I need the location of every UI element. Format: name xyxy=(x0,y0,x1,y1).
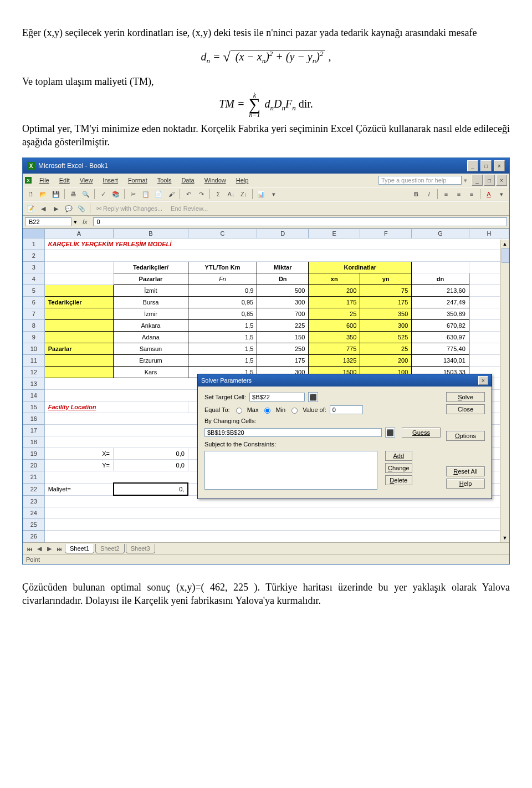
save-icon[interactable]: 💾 xyxy=(50,189,62,200)
delete-constraint-button[interactable]: Delete xyxy=(385,475,412,485)
radio-value[interactable] xyxy=(291,408,298,414)
row-header[interactable]: 21 xyxy=(23,471,45,484)
font-color-icon[interactable]: A xyxy=(483,189,494,200)
row-header[interactable]: 9 xyxy=(23,332,45,343)
new-icon[interactable]: 🗋 xyxy=(25,189,36,200)
col-header-a[interactable]: A xyxy=(44,229,113,238)
solve-button[interactable]: Solve xyxy=(446,392,485,402)
row-header[interactable]: 13 xyxy=(23,378,45,390)
radio-max[interactable] xyxy=(236,408,242,414)
sort-asc-icon[interactable]: A↓ xyxy=(226,189,237,200)
paste-icon[interactable]: 📄 xyxy=(153,189,164,200)
row-header[interactable]: 7 xyxy=(23,308,45,320)
help-dropdown-icon[interactable]: ▾ xyxy=(464,177,467,184)
namebox-dropdown-icon[interactable]: ▾ xyxy=(74,218,77,226)
menu-insert[interactable]: Insert xyxy=(98,176,122,185)
collapse-ref-icon-2[interactable]: ⬛ xyxy=(385,428,395,438)
mdi-close[interactable]: × xyxy=(496,175,507,186)
menu-file[interactable]: File xyxy=(35,176,54,185)
row-header[interactable]: 4 xyxy=(23,273,45,285)
row-header[interactable]: 23 xyxy=(23,495,45,507)
tab-sheet2[interactable]: Sheet2 xyxy=(95,544,125,553)
target-cell-input[interactable] xyxy=(249,393,305,401)
menu-window[interactable]: Window xyxy=(200,176,231,185)
reset-all-button[interactable]: Reset All xyxy=(446,466,485,476)
menu-view[interactable]: View xyxy=(75,176,98,185)
row-header[interactable]: 2 xyxy=(23,250,45,262)
row-header[interactable]: 3 xyxy=(23,262,45,273)
help-search-input[interactable] xyxy=(378,176,462,185)
end-review-button[interactable]: End Review... xyxy=(167,205,211,212)
row-header[interactable]: 11 xyxy=(23,355,45,367)
change-constraint-button[interactable]: Change xyxy=(385,463,412,473)
value-of-input[interactable] xyxy=(330,405,363,414)
col-header-g[interactable]: G xyxy=(412,229,469,238)
tab-sheet3[interactable]: Sheet3 xyxy=(126,544,155,553)
solver-close-icon[interactable]: × xyxy=(478,376,488,385)
bold-icon[interactable]: B xyxy=(411,189,422,200)
track-icon[interactable]: 📎 xyxy=(76,203,87,214)
menu-edit[interactable]: Edit xyxy=(55,176,74,185)
redo-icon[interactable]: ↷ xyxy=(196,189,207,200)
mdi-minimize[interactable]: _ xyxy=(472,175,483,186)
tab-first-icon[interactable]: ⏮ xyxy=(25,545,34,553)
sort-desc-icon[interactable]: Z↓ xyxy=(238,189,249,200)
guess-button[interactable]: Guess xyxy=(402,428,441,438)
row-header[interactable]: 15 xyxy=(23,401,45,413)
menu-format[interactable]: Format xyxy=(124,176,152,185)
formula-input[interactable]: 0 xyxy=(93,217,507,226)
align-center-icon[interactable]: ≡ xyxy=(453,189,464,200)
tab-next-icon[interactable]: ▶ xyxy=(45,545,54,553)
options-button[interactable]: Options xyxy=(446,431,485,441)
row-header[interactable]: 6 xyxy=(23,297,45,308)
row-header[interactable]: 14 xyxy=(23,390,45,401)
row-header[interactable]: 24 xyxy=(23,507,45,519)
name-box[interactable]: B22 xyxy=(25,217,71,226)
prev-comment-icon[interactable]: ◀ xyxy=(38,203,49,214)
tab-prev-icon[interactable]: ◀ xyxy=(35,545,44,553)
row-header[interactable]: 26 xyxy=(23,531,45,542)
row-header[interactable]: 22 xyxy=(23,483,45,495)
scroll-up-icon[interactable]: ▲ xyxy=(500,240,509,248)
constraints-listbox[interactable] xyxy=(204,451,377,490)
italic-icon[interactable]: I xyxy=(423,189,434,200)
row-header[interactable]: 10 xyxy=(23,343,45,355)
col-header-b[interactable]: B xyxy=(114,229,188,238)
toolbar-more-icon[interactable]: ▾ xyxy=(496,189,507,200)
help-button[interactable]: Help xyxy=(446,479,485,489)
row-header[interactable]: 16 xyxy=(23,413,45,425)
select-all-cell[interactable] xyxy=(23,229,45,238)
row-header[interactable]: 5 xyxy=(23,285,45,297)
row-header[interactable]: 20 xyxy=(23,460,45,471)
autosum-icon[interactable]: Σ xyxy=(213,189,224,200)
add-constraint-button[interactable]: Add xyxy=(385,451,412,461)
row-header[interactable]: 12 xyxy=(23,367,45,378)
fx-icon[interactable]: fx xyxy=(79,218,91,225)
spell-icon[interactable]: ✓ xyxy=(98,189,109,200)
close-button-solver[interactable]: Close xyxy=(446,404,485,414)
collapse-ref-icon[interactable]: ⬛ xyxy=(308,392,318,402)
align-right-icon[interactable]: ≡ xyxy=(466,189,477,200)
col-header-f[interactable]: F xyxy=(360,229,412,238)
mdi-restore[interactable]: □ xyxy=(484,175,495,186)
menu-data[interactable]: Data xyxy=(177,176,198,185)
col-header-c[interactable]: C xyxy=(188,229,257,238)
undo-icon[interactable]: ↶ xyxy=(183,189,194,200)
col-header-d[interactable]: D xyxy=(257,229,309,238)
scroll-down-icon[interactable]: ▼ xyxy=(500,533,509,542)
row-header[interactable]: 25 xyxy=(23,519,45,531)
menu-help[interactable]: Help xyxy=(232,176,253,185)
reply-changes-button[interactable]: ✉ Reply with Changes... xyxy=(93,205,166,212)
scroll-thumb[interactable] xyxy=(502,248,509,263)
row-header[interactable]: 19 xyxy=(23,448,45,460)
format-painter-icon[interactable]: 🖌 xyxy=(166,189,177,200)
next-comment-icon[interactable]: ▶ xyxy=(50,203,62,214)
minimize-button[interactable]: _ xyxy=(467,160,478,171)
preview-icon[interactable]: 🔍 xyxy=(80,189,91,200)
changing-cells-input[interactable] xyxy=(204,428,382,437)
chart-icon[interactable]: 📊 xyxy=(255,189,267,200)
row-header[interactable]: 1 xyxy=(23,238,45,250)
vertical-scrollbar[interactable]: ▲ ▼ xyxy=(500,240,509,542)
tab-sheet1[interactable]: Sheet1 xyxy=(65,544,94,553)
row-header[interactable]: 8 xyxy=(23,320,45,332)
